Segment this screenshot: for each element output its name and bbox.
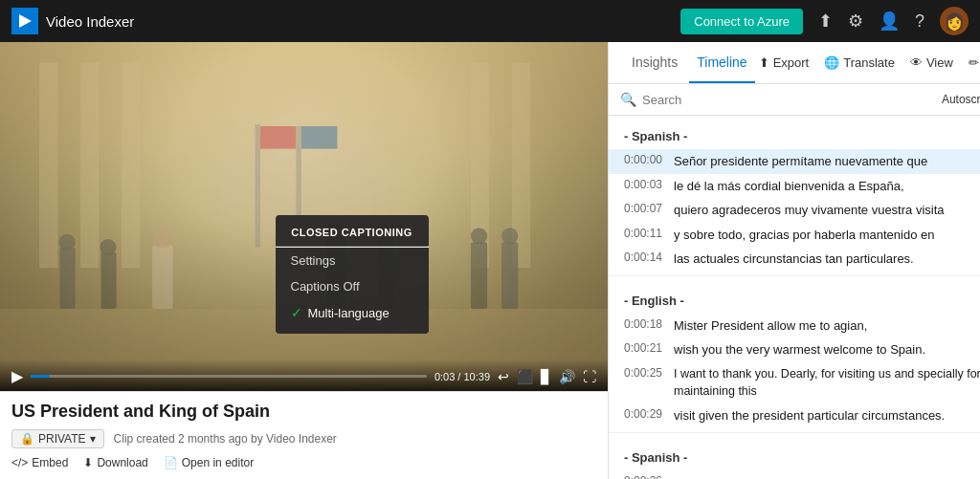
video-title: US President and King of Spain (11, 402, 596, 422)
editor-icon: 📄 (164, 456, 178, 469)
section-divider (609, 432, 980, 433)
help-icon[interactable]: ? (915, 11, 924, 32)
timestamp: 0:00:29 (624, 406, 674, 425)
transcript-row[interactable]: 0:00:18 Mister President allow me to agi… (609, 314, 980, 338)
download-icon: ⬇ (83, 456, 93, 469)
svg-rect-3 (122, 62, 140, 268)
captions-icon[interactable]: ⬛ (517, 369, 533, 384)
svg-point-24 (501, 228, 518, 244)
settings-sliders-icon[interactable]: ⚙ (848, 11, 863, 32)
volume-bars-icon[interactable]: ▊ (541, 369, 551, 384)
svg-point-12 (58, 234, 75, 250)
svg-rect-23 (501, 242, 518, 309)
edit-button[interactable]: ✏ Edit (969, 55, 980, 70)
transcript-row[interactable]: 0:00:11 y sobre todo, gracias por haberl… (609, 223, 980, 248)
connect-to-azure-button[interactable]: Connect to Azure (680, 9, 803, 34)
autoscroll-toggle[interactable]: Autoscroll on (942, 93, 980, 106)
transcript-text: visit given the president particular cir… (674, 406, 945, 425)
transcript-row[interactable]: 0:00:03 le dé la más cordial bienvenida … (609, 174, 980, 199)
cc-popup: CLOSED CAPTIONING Settings Captions Off … (276, 215, 429, 334)
app-title: Video Indexer (46, 13, 134, 30)
logo-area: Video Indexer (11, 8, 134, 34)
volume-icon[interactable]: 🔊 (559, 369, 575, 384)
fullscreen-icon[interactable]: ⛶ (583, 369, 596, 384)
account-icon[interactable]: 👤 (879, 11, 900, 32)
transcript-row[interactable]: 0:00:25 I want to thank you. Dearly, for… (609, 362, 980, 404)
lang-section-spanish-2: - Spanish - (609, 437, 980, 470)
main-content: CLOSED CAPTIONING Settings Captions Off … (0, 42, 980, 479)
tab-actions: ⬆ Export 🌐 Translate 👁 View ✏ Edit (759, 55, 980, 70)
transcript-text: y sobre todo, gracias por haberla manten… (674, 226, 934, 245)
embed-action[interactable]: </> Embed (11, 456, 68, 469)
search-input[interactable] (642, 93, 936, 107)
video-container: CLOSED CAPTIONING Settings Captions Off … (0, 42, 608, 391)
svg-point-16 (153, 229, 171, 248)
transcript-text: quiero agradeceros muy vivamente vuestra… (674, 201, 945, 220)
cc-captions-off-item[interactable]: Captions Off (276, 273, 429, 299)
cc-settings-item[interactable]: Settings (276, 248, 429, 273)
download-action[interactable]: ⬇ Download (83, 456, 147, 469)
translate-icon: 🌐 (824, 55, 839, 70)
transcript-panel: - Spanish - 0:00:00 Señor presidente per… (609, 116, 980, 479)
svg-rect-21 (471, 242, 487, 309)
transcript-text: I want to thank you. Dearly, for visitin… (674, 365, 980, 402)
upload-icon[interactable]: ⬆ (818, 11, 833, 32)
rewind-icon[interactable]: ↩ (498, 369, 509, 384)
logo-icon (11, 8, 38, 34)
svg-rect-1 (39, 62, 57, 268)
check-icon: ✓ (291, 305, 302, 320)
transcript-row[interactable]: 0:00:07 quiero agradeceros muy vivamente… (609, 198, 980, 223)
play-button[interactable]: ▶ (11, 367, 23, 385)
app-header: Video Indexer Connect to Azure ⬆ ⚙ 👤 ? 👩 (0, 0, 980, 42)
timestamp: 0:00:00 (624, 152, 674, 171)
svg-rect-2 (80, 62, 99, 268)
transcript-row[interactable]: 0:00:21 wish you the very warmest welcom… (609, 337, 980, 362)
export-button[interactable]: ⬆ Export (759, 55, 810, 70)
transcript-row[interactable]: 0:00:29 visit given the president partic… (609, 403, 980, 428)
timestamp: 0:00:36 (624, 473, 674, 480)
transcript-row[interactable]: 0:00:14 las actuales circunstancias tan … (609, 247, 980, 272)
language-header-english: - English - (624, 288, 980, 310)
tab-timeline[interactable]: Timeline (689, 43, 754, 83)
tab-insights[interactable]: Insights (624, 43, 685, 83)
transcript-row[interactable]: 0:00:36 (609, 470, 980, 480)
embed-icon: </> (11, 456, 28, 469)
svg-point-14 (100, 239, 116, 255)
svg-rect-9 (301, 126, 338, 149)
progress-bar[interactable] (31, 375, 427, 378)
transcript-text: las actuales circunstancias tan particul… (674, 250, 914, 269)
timestamp: 0:00:07 (624, 201, 674, 220)
search-icon: 🔍 (620, 92, 636, 107)
meta-actions: </> Embed ⬇ Download 📄 Open in editor (11, 456, 596, 469)
transcript-row[interactable]: 0:00:00 Señor presidente permítame nueva… (609, 149, 980, 174)
chevron-down-icon: ▾ (90, 432, 96, 446)
svg-rect-13 (100, 252, 116, 309)
timestamp: 0:00:18 (624, 316, 674, 336)
svg-rect-6 (256, 124, 260, 248)
header-icons: ⬆ ⚙ 👤 ? 👩 (818, 7, 969, 35)
search-bar: 🔍 Autoscroll on (609, 84, 980, 116)
timestamp: 0:00:14 (624, 250, 674, 269)
timestamp: 0:00:11 (624, 226, 674, 245)
view-button[interactable]: 👁 View (910, 55, 953, 70)
transcript-text: wish you the very warmest welcome to Spa… (674, 340, 925, 359)
transcript-text: Señor presidente permítame nuevamente qu… (674, 152, 927, 171)
translate-button[interactable]: 🌐 Translate (824, 55, 895, 70)
open-editor-action[interactable]: 📄 Open in editor (164, 456, 254, 469)
timestamp: 0:00:03 (624, 177, 674, 196)
tabs-bar: Insights Timeline ⬆ Export 🌐 Translate 👁… (609, 42, 980, 84)
section-divider (609, 275, 980, 276)
privacy-badge[interactable]: 🔒 PRIVATE ▾ (11, 429, 104, 448)
svg-rect-7 (260, 126, 297, 149)
avatar[interactable]: 👩 (940, 7, 969, 35)
transcript-text: Mister President allow me to agian, (674, 316, 867, 336)
progress-fill (31, 375, 50, 378)
view-icon: 👁 (910, 55, 923, 70)
cc-multi-language-item[interactable]: ✓ Multi-language (276, 299, 429, 326)
timestamp: 0:00:21 (624, 340, 674, 359)
video-bottom: US President and King of Spain 🔒 PRIVATE… (0, 391, 608, 479)
language-header-spanish-2: - Spanish - (624, 445, 980, 467)
video-meta: 🔒 PRIVATE ▾ Clip created 2 months ago by… (11, 429, 596, 448)
lang-section-spanish-1: - Spanish - (609, 116, 980, 149)
svg-rect-11 (60, 248, 76, 309)
